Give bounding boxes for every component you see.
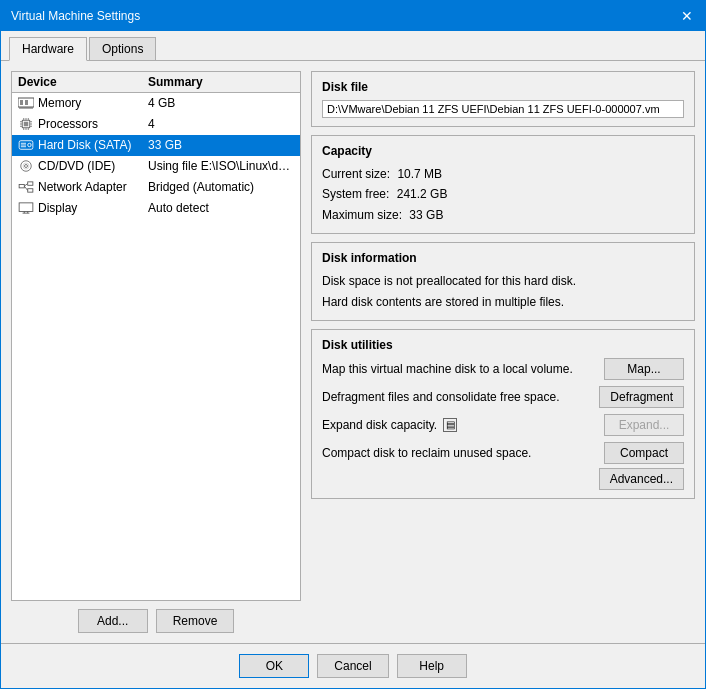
device-name-harddisk: Hard Disk (SATA): [38, 138, 132, 152]
device-row-memory[interactable]: Memory 4 GB: [12, 93, 300, 114]
svg-rect-11: [24, 122, 29, 127]
system-free-row: System free: 241.2 GB: [322, 184, 684, 204]
disk-info-line2: Hard disk contents are stored in multipl…: [322, 292, 684, 312]
processor-icon: [18, 118, 34, 130]
table-header: Device Summary: [12, 72, 300, 93]
ok-button[interactable]: OK: [239, 654, 309, 678]
close-button[interactable]: ✕: [679, 8, 695, 24]
device-action-buttons: Add... Remove: [11, 609, 301, 633]
bottom-buttons: OK Cancel Help: [1, 643, 705, 688]
map-button[interactable]: Map...: [604, 358, 684, 380]
util-text-expand: Expand disk capacity.: [322, 418, 437, 432]
capacity-section: Capacity Current size: 10.7 MB System fr…: [311, 135, 695, 234]
device-summary-harddisk: 33 GB: [148, 138, 294, 152]
disk-file-title: Disk file: [322, 80, 684, 94]
device-row-display[interactable]: Display Auto detect: [12, 198, 300, 219]
disk-info-title: Disk information: [322, 251, 684, 265]
device-name-network: Network Adapter: [38, 180, 127, 194]
device-summary-memory: 4 GB: [148, 96, 294, 110]
col-device-header: Device: [18, 75, 148, 89]
device-summary-network: Bridged (Automatic): [148, 180, 294, 194]
main-content: Device Summary: [1, 61, 705, 643]
device-summary-processors: 4: [148, 117, 294, 131]
device-name-display: Display: [38, 201, 77, 215]
expand-disk-icon: ▤: [443, 418, 457, 432]
util-label-compact: Compact disk to reclaim unused space.: [322, 446, 604, 460]
right-panel: Disk file Capacity Current size: 10.7 MB…: [311, 71, 695, 633]
device-name-cddvd: CD/DVD (IDE): [38, 159, 115, 173]
device-row-harddisk[interactable]: Hard Disk (SATA) 33 GB: [12, 135, 300, 156]
svg-line-35: [24, 184, 27, 187]
svg-rect-33: [28, 182, 33, 185]
svg-point-29: [21, 161, 32, 172]
device-summary-cddvd: Using file E:\ISO\Linux\debia...: [148, 159, 294, 173]
help-button[interactable]: Help: [397, 654, 467, 678]
capacity-title: Capacity: [322, 144, 684, 158]
svg-rect-37: [19, 203, 33, 212]
util-text-compact: Compact disk to reclaim unused space.: [322, 446, 531, 460]
tab-options[interactable]: Options: [89, 37, 156, 60]
svg-line-36: [24, 186, 27, 190]
disk-utilities-title: Disk utilities: [322, 338, 684, 352]
svg-point-30: [25, 165, 28, 168]
harddisk-icon: [18, 139, 34, 151]
disk-info-line1: Disk space is not preallocated for this …: [322, 271, 684, 291]
advanced-button[interactable]: Advanced...: [599, 468, 684, 490]
current-size-row: Current size: 10.7 MB: [322, 164, 684, 184]
system-free-value: 241.2 GB: [397, 187, 448, 201]
device-row-cddvd[interactable]: CD/DVD (IDE) Using file E:\ISO\Linux\deb…: [12, 156, 300, 177]
cddvd-icon: [18, 160, 34, 172]
expand-button[interactable]: Expand...: [604, 414, 684, 436]
svg-point-31: [23, 163, 29, 169]
defragment-button[interactable]: Defragment: [599, 386, 684, 408]
system-free-label: System free:: [322, 187, 389, 201]
util-text-defragment: Defragment files and consolidate free sp…: [322, 390, 559, 404]
maximum-size-row: Maximum size: 33 GB: [322, 205, 684, 225]
disk-utilities-rows: Map this virtual machine disk to a local…: [322, 358, 684, 464]
add-button[interactable]: Add...: [78, 609, 148, 633]
left-panel: Device Summary: [11, 71, 301, 633]
svg-point-25: [28, 143, 31, 146]
util-label-expand: Expand disk capacity. ▤: [322, 418, 604, 432]
tab-hardware[interactable]: Hardware: [9, 37, 87, 61]
compact-button[interactable]: Compact: [604, 442, 684, 464]
svg-rect-32: [19, 184, 24, 187]
disk-file-input[interactable]: [322, 100, 684, 118]
maximum-size-value: 33 GB: [409, 208, 443, 222]
current-size-label: Current size:: [322, 167, 390, 181]
device-row-processors[interactable]: Processors 4: [12, 114, 300, 135]
svg-rect-8: [20, 100, 23, 105]
advanced-row: Advanced...: [322, 468, 684, 490]
util-label-map: Map this virtual machine disk to a local…: [322, 362, 604, 376]
tab-bar: Hardware Options: [1, 31, 705, 61]
util-row-map: Map this virtual machine disk to a local…: [322, 358, 684, 380]
device-table: Device Summary: [11, 71, 301, 601]
device-name-processors: Processors: [38, 117, 98, 131]
util-row-compact: Compact disk to reclaim unused space. Co…: [322, 442, 684, 464]
col-summary-header: Summary: [148, 75, 294, 89]
device-name-memory: Memory: [38, 96, 81, 110]
util-row-expand: Expand disk capacity. ▤ Expand...: [322, 414, 684, 436]
cancel-button[interactable]: Cancel: [317, 654, 388, 678]
title-bar: Virtual Machine Settings ✕: [1, 1, 705, 31]
util-label-defragment: Defragment files and consolidate free sp…: [322, 390, 599, 404]
util-row-defragment: Defragment files and consolidate free sp…: [322, 386, 684, 408]
window-title: Virtual Machine Settings: [11, 9, 140, 23]
svg-rect-34: [28, 189, 33, 192]
current-size-value: 10.7 MB: [397, 167, 442, 181]
disk-info-section: Disk information Disk space is not preal…: [311, 242, 695, 321]
main-window: Virtual Machine Settings ✕ Hardware Opti…: [0, 0, 706, 689]
svg-rect-9: [25, 100, 28, 105]
disk-file-section: Disk file: [311, 71, 695, 127]
display-icon: [18, 202, 34, 214]
device-row-network[interactable]: Network Adapter Bridged (Automatic): [12, 177, 300, 198]
network-icon: [18, 181, 34, 193]
memory-icon: [18, 97, 34, 109]
util-text-map: Map this virtual machine disk to a local…: [322, 362, 573, 376]
maximum-size-label: Maximum size:: [322, 208, 402, 222]
device-summary-display: Auto detect: [148, 201, 294, 215]
disk-utilities-section: Disk utilities Map this virtual machine …: [311, 329, 695, 499]
remove-button[interactable]: Remove: [156, 609, 235, 633]
